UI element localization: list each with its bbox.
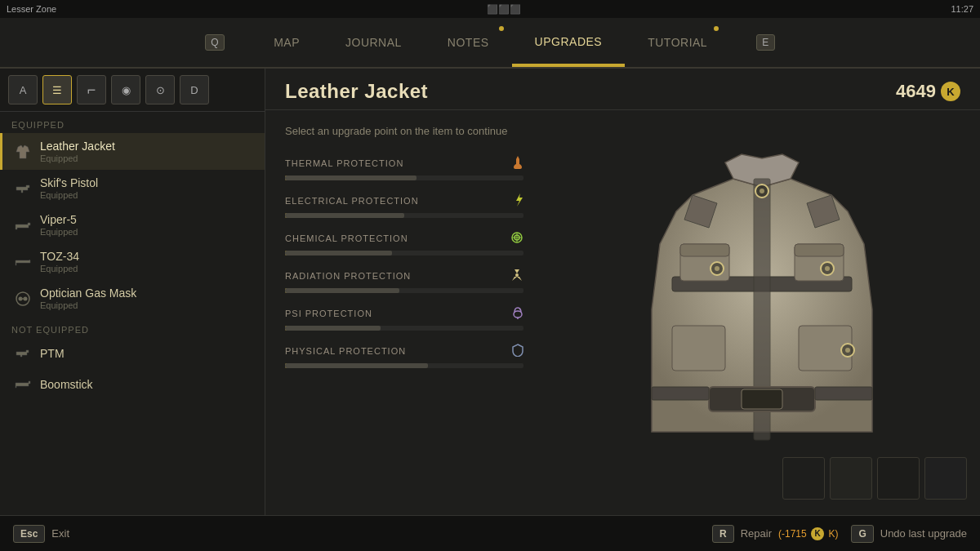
ptm-text: PTM [40,347,253,360]
jacket-area [543,110,980,508]
tab-upgrades[interactable]: Upgrades [512,18,626,67]
gas-mask-icon [14,290,32,308]
sidebar-tab-list[interactable]: ☰ [42,75,72,104]
physical-bar-bg [285,363,523,368]
sidebar: A ☰ ⌐ ◉ ⊙ D Equipped Leather Jacket Equi… [0,69,265,515]
sidebar-tab-d[interactable]: D [180,75,209,104]
tab-notes[interactable]: Notes [425,18,512,67]
content-header: Leather Jacket 4649 K [265,69,980,110]
chemical-icon [510,231,523,247]
currency-display: 4649 K [896,81,960,102]
sidebar-item-leather-jacket[interactable]: Leather Jacket Equipped [0,133,265,170]
chemical-bar-bg [285,251,523,256]
svg-point-28 [825,266,830,271]
psi-bar-bg [285,326,523,331]
exit-label: Exit [51,527,69,540]
radiation-bar-grey [285,288,399,293]
sidebar-item-ptm[interactable]: PTM [0,338,265,369]
window-controls: ⬛⬛⬛ [487,4,521,15]
not-equipped-label: Not equipped [0,317,265,338]
undo-key: G [851,525,873,543]
repair-action[interactable]: R Repair (-1715 K K) [712,525,838,543]
thermal-bar-bg [285,176,523,180]
svg-rect-22 [815,387,872,400]
stat-physical: Physical Protection [285,344,523,368]
viper5-icon [14,216,32,234]
main-layout: A ☰ ⌐ ◉ ⊙ D Equipped Leather Jacket Equi… [0,69,980,515]
currency-amount: 4649 [896,81,936,102]
svg-rect-3 [22,298,24,300]
radiation-icon [510,269,523,284]
stat-chemical: Chemical Protection [285,231,523,256]
radiation-label: Radiation Protection [285,271,411,281]
pistol-text: Skif's Pistol Equipped [40,176,253,200]
sidebar-item-viper5[interactable]: Viper-5 Equipped [0,207,265,243]
repair-label: Repair [741,527,772,540]
svg-rect-17 [672,326,725,371]
toz34-icon [14,253,32,271]
tab-journal[interactable]: Journal [323,18,425,67]
sidebar-tab-misc[interactable]: ⊙ [145,75,175,104]
title-bar: Lesser Zone ⬛⬛⬛ 11:27 [0,0,980,18]
pistol-icon [14,180,32,198]
stat-electrical: Electrical Protection [285,193,523,218]
upgrade-hint: Select an upgrade point on the item to c… [285,123,523,140]
repair-key: R [712,525,734,543]
equipped-label: Equipped [0,112,265,133]
sidebar-item-boomstick[interactable]: Boomstick [0,369,265,400]
svg-point-30 [845,348,850,353]
top-nav: Q Map Journal Notes Upgrades Tutorial E [0,18,980,69]
svg-point-24 [760,189,764,193]
toz34-text: TOZ-34 Equipped [40,250,253,273]
nav-tabs: Q Map Journal Notes Upgrades Tutorial E [179,18,800,67]
clock: 11:27 [951,4,973,14]
chemical-label: Chemical Protection [285,233,408,243]
exit-action[interactable]: Esc Exit [13,525,69,543]
ptm-icon [14,344,32,362]
radiation-bar-bg [285,288,523,293]
sidebar-item-skifs-pistol[interactable]: Skif's Pistol Equipped [0,170,265,207]
undo-action[interactable]: G Undo last upgrade [851,525,967,543]
tab-map[interactable]: Map [251,18,323,67]
exit-key: Esc [13,525,45,543]
repair-currency-icon: K [811,527,824,540]
electrical-label: Electrical Protection [285,196,419,206]
sidebar-item-toz34[interactable]: TOZ-34 Equipped [0,243,265,280]
tab-tutorial[interactable]: Tutorial [625,18,730,67]
thumbnail-1[interactable] [782,457,825,500]
stat-thermal: Thermal Protection [285,156,523,180]
nav-key-right[interactable]: E [730,18,801,67]
nav-key-left[interactable]: Q [179,18,251,67]
chemical-bar-grey [285,251,392,256]
undo-label: Undo last upgrade [880,527,967,540]
svg-rect-14 [680,244,729,256]
currency-icon: K [941,82,960,101]
thumbnail-3[interactable] [877,457,920,500]
app-name: Lesser Zone [7,4,56,14]
item-title: Leather Jacket [285,80,428,103]
sidebar-tab-rifle[interactable]: ⌐ [77,75,106,104]
svg-rect-16 [795,244,844,256]
stats-panel: Select an upgrade point on the item to c… [265,110,543,508]
sidebar-tab-bar: A ☰ ⌐ ◉ ⊙ D [0,69,265,112]
thermal-bar-grey [285,176,416,180]
sidebar-tab-a[interactable]: A [8,75,38,104]
thumbnail-strip [782,457,967,500]
sidebar-item-gas-mask[interactable]: Optician Gas Mask Equipped [0,280,265,317]
boomstick-text: Boomstick [40,378,253,391]
tutorial-dot [714,26,719,31]
electrical-bar-grey [285,213,404,218]
sidebar-tab-head[interactable]: ◉ [111,75,140,104]
thermal-icon [512,156,523,171]
content-area: Leather Jacket 4649 K Select an upgrade … [265,69,980,515]
viper5-text: Viper-5 Equipped [40,213,253,237]
thumbnail-4[interactable] [924,457,967,500]
svg-rect-20 [742,389,782,409]
stat-psi: PSI Protection [285,306,523,331]
thumbnail-2[interactable] [830,457,872,500]
psi-bar-grey [285,326,381,331]
notes-dot [499,26,504,31]
bottom-bar: Esc Exit R Repair (-1715 K K) G Undo las… [0,515,980,551]
physical-label: Physical Protection [285,346,406,356]
stat-radiation: Radiation Protection [285,269,523,293]
